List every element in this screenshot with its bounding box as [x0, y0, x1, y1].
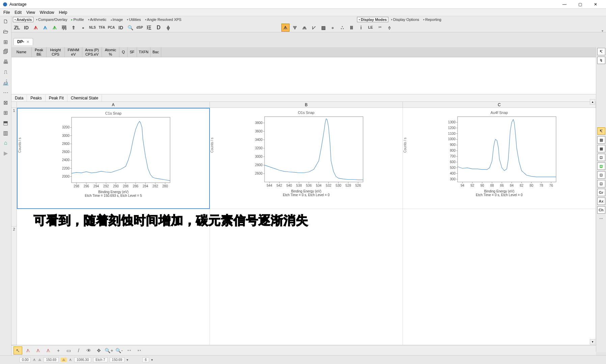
right-btn-gr[interactable]: Gr: [597, 189, 605, 196]
bottom-peak1-icon[interactable]: ⩚: [24, 346, 32, 355]
bottom-dots-icon[interactable]: ∘∘: [125, 346, 134, 355]
scroll-down-button[interactable]: ▾: [590, 339, 595, 344]
display-mode-10[interactable]: ʸˣ: [376, 24, 384, 32]
menu-help[interactable]: Help: [57, 9, 70, 16]
right-btn-3[interactable]: ▨: [597, 136, 605, 144]
col-peak[interactable]: PeakBE: [32, 47, 47, 57]
cell-a1[interactable]: C1s SnapCounts / s2000220024002600280030…: [17, 108, 210, 209]
tool-icon-13[interactable]: dSP: [136, 24, 144, 32]
left-play-icon[interactable]: ▶: [2, 149, 10, 157]
right-btn-6[interactable]: ⊡: [597, 162, 605, 170]
column-header-c[interactable]: C: [403, 102, 596, 108]
bottom-xdot-icon[interactable]: ×∘: [135, 346, 144, 355]
right-btn-ax[interactable]: Ax: [597, 198, 605, 205]
display-mode-9[interactable]: LE: [366, 24, 375, 32]
subtab-data[interactable]: Data: [11, 95, 27, 101]
bottom-zoomout-icon[interactable]: 🔍-: [115, 346, 123, 355]
document-tab[interactable]: DP- ✕: [13, 38, 33, 45]
bottom-line-icon[interactable]: /: [74, 346, 83, 355]
left-grid-icon[interactable]: ⊞: [2, 38, 10, 46]
menu-file[interactable]: File: [1, 9, 12, 16]
col-height[interactable]: HeightCPS: [47, 47, 65, 57]
tool-icon-11[interactable]: ID: [117, 24, 125, 32]
display-mode-0[interactable]: ⩚: [281, 24, 290, 32]
tool-icon-10[interactable]: PCA: [107, 24, 115, 32]
bottom-eye-icon[interactable]: 👁: [84, 346, 93, 355]
status-next-icon[interactable]: ⩓: [38, 358, 42, 362]
menu-view[interactable]: View: [24, 9, 37, 16]
left-box2-icon[interactable]: ⊞: [2, 109, 10, 117]
toolgroup-display-options[interactable]: ▾Display Options: [390, 17, 420, 22]
display-mode-7[interactable]: Ⅲ: [348, 24, 356, 32]
toolgroup-reporting[interactable]: ▾Reporting: [422, 17, 443, 22]
left-more-icon[interactable]: ⋯: [2, 88, 10, 96]
display-mode-2[interactable]: ⩕: [300, 24, 308, 32]
left-layout-icon[interactable]: ▥: [2, 129, 10, 137]
right-btn-ch[interactable]: Ch: [597, 206, 605, 214]
tool-icon-1[interactable]: ID: [22, 24, 30, 32]
subtab-peakfit[interactable]: Peak Fit: [46, 95, 67, 101]
toolbar-overflow-icon[interactable]: ▾: [602, 29, 603, 33]
toolgroup-compare[interactable]: ▾Compare/Overlay: [35, 17, 68, 22]
right-btn-5[interactable]: ⊡: [597, 154, 605, 161]
status-step-icon[interactable]: ⩓: [61, 358, 67, 362]
menu-window[interactable]: Window: [38, 9, 56, 16]
toolgroup-angle[interactable]: ▾Angle Resolved XPS: [144, 17, 183, 22]
cell-b1[interactable]: O1s SnapCounts / s2600280030003200340036…: [210, 108, 403, 209]
menu-edit[interactable]: Edit: [12, 9, 24, 16]
cell-a2[interactable]: [17, 209, 210, 345]
display-mode-8[interactable]: i: [357, 24, 365, 32]
left-copy-icon[interactable]: 🗐: [2, 48, 10, 56]
col-txfn[interactable]: TXFN: [137, 47, 150, 57]
toolgroup-image[interactable]: ▴Image: [109, 17, 125, 22]
right-btn-7[interactable]: ⊡: [597, 171, 605, 179]
bottom-cursor-icon[interactable]: ↖: [13, 346, 22, 355]
document-tab-close-icon[interactable]: ✕: [26, 40, 29, 44]
row-header-1[interactable]: 1: [11, 108, 17, 226]
right-btn-more[interactable]: ⋯: [597, 215, 605, 222]
col-q[interactable]: Q: [119, 47, 128, 57]
toolgroup-utilities[interactable]: ▾Utilities: [126, 17, 142, 22]
right-btn-2[interactable]: ↸: [597, 127, 605, 135]
scroll-up-button[interactable]: ▴: [590, 99, 595, 104]
tool-icon-0[interactable]: ℤL: [13, 24, 21, 32]
tool-icon-3[interactable]: ⩚: [41, 24, 49, 32]
tool-icon-2[interactable]: ⩚: [32, 24, 40, 32]
display-mode-1[interactable]: ⩔: [291, 24, 299, 32]
col-sf[interactable]: SF: [128, 47, 137, 57]
bottom-pan-icon[interactable]: ✥: [94, 346, 103, 355]
tool-icon-8[interactable]: NLS: [88, 24, 97, 32]
status-drop-icon[interactable]: ▾: [127, 358, 128, 362]
cell-c1[interactable]: Au4f SnapCounts / s300400500600700800900…: [403, 108, 596, 209]
display-mode-6[interactable]: ∴: [338, 24, 346, 32]
col-area[interactable]: Area (P)CPS.eV: [82, 47, 102, 57]
status-drop2-icon[interactable]: ▾: [151, 358, 153, 362]
status-prev-icon[interactable]: ⩚: [33, 358, 36, 362]
tool-icon-6[interactable]: ⇑: [70, 24, 78, 32]
cell-b2[interactable]: [210, 209, 403, 345]
subtab-peaks[interactable]: Peaks: [27, 95, 45, 101]
left-open-icon[interactable]: 🗁: [2, 28, 10, 36]
status-step2-icon[interactable]: ⩚: [69, 358, 72, 362]
tool-icon-4[interactable]: ⩚: [51, 24, 59, 32]
left-new-icon[interactable]: 🗋: [2, 18, 10, 26]
left-spectrum-icon[interactable]: ⎍: [2, 68, 10, 76]
row-header-2[interactable]: 2: [11, 226, 17, 345]
left-microscope-icon[interactable]: 🔬: [2, 78, 10, 86]
left-box1-icon[interactable]: ⊠: [2, 98, 10, 107]
bottom-peak2-icon[interactable]: ⩚: [34, 346, 43, 355]
display-mode-3[interactable]: ⩗: [310, 24, 318, 32]
tool-icon-12[interactable]: 🔍: [126, 24, 134, 32]
tool-icon-7[interactable]: ∘: [79, 24, 87, 32]
tool-icon-15[interactable]: D: [155, 24, 163, 32]
toolgroup-profile[interactable]: ▸Profile: [70, 17, 85, 22]
bottom-cross-icon[interactable]: +: [54, 346, 63, 355]
maximize-button[interactable]: ▢: [572, 0, 588, 9]
right-btn-4[interactable]: ▦: [597, 145, 605, 152]
minimize-button[interactable]: —: [557, 0, 572, 9]
bottom-zoomin-icon[interactable]: 🔍+: [105, 346, 113, 355]
column-header-a[interactable]: A: [17, 102, 210, 108]
tool-icon-16[interactable]: ɸ: [164, 24, 172, 32]
col-atomic[interactable]: Atomic%: [102, 47, 119, 57]
right-btn-0[interactable]: ↸: [597, 48, 605, 55]
